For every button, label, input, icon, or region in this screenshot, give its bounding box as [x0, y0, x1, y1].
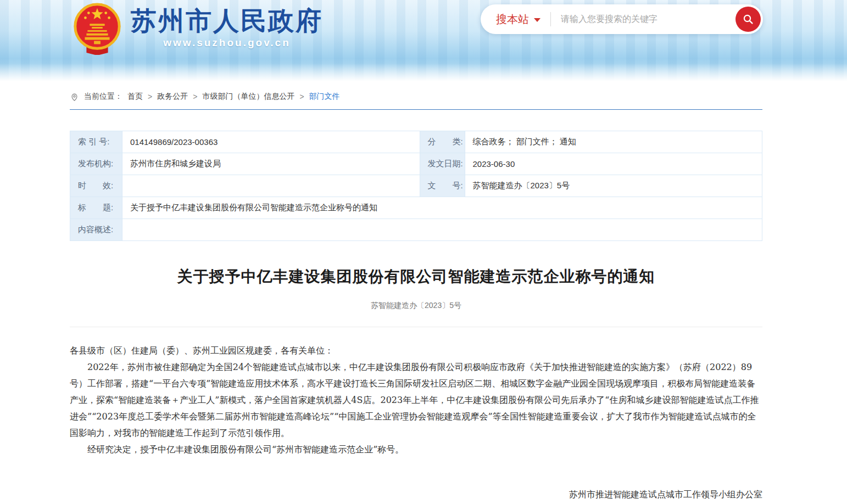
meta-value-agency: 苏州市住房和城乡建设局 — [122, 153, 420, 175]
meta-label-index: 索 引 号: — [70, 131, 122, 153]
breadcrumb: 当前位置： 首页 > 政务公开 > 市级部门（单位）信息公开 > 部门文件 — [70, 81, 762, 102]
search-bar: 搜本站 — [481, 4, 763, 34]
chevron-down-icon — [534, 18, 540, 22]
search-icon — [742, 13, 755, 26]
site-url: www.suzhou.gov.cn — [131, 37, 323, 49]
national-emblem-logo — [70, 1, 124, 55]
breadcrumb-home[interactable]: 首页 — [127, 92, 143, 102]
content-area: 当前位置： 首页 > 政务公开 > 市级部门（单位）信息公开 > 部门文件 索 … — [70, 81, 762, 504]
body-paragraph: 经研究决定，授予中亿丰建设集团股份有限公司“苏州市智能建造示范企业”称号。 — [70, 441, 762, 458]
site-brand[interactable]: 苏州市人民政府 www.suzhou.gov.cn — [70, 1, 323, 55]
breadcrumb-divider — [70, 109, 762, 110]
brand-text: 苏州市人民政府 www.suzhou.gov.cn — [131, 1, 323, 49]
meta-label-validity: 时 效: — [70, 175, 122, 197]
meta-row-index-category: 索 引 号: 014149869/2023-00363 分 类: 综合政务； 部… — [70, 131, 762, 153]
meta-value-issue-date: 2023-06-30 — [465, 153, 762, 175]
meta-row-agency-date: 发布机构: 苏州市住房和城乡建设局 发文日期: 2023-06-30 — [70, 153, 762, 175]
document-meta-table: 索 引 号: 014149869/2023-00363 分 类: 综合政务； 部… — [70, 131, 762, 241]
search-button[interactable] — [735, 7, 761, 32]
breadcrumb-separator: > — [299, 92, 304, 101]
title-divider — [70, 327, 762, 327]
meta-value-summary — [122, 219, 762, 241]
page: 苏州市人民政府 www.suzhou.gov.cn 搜本站 — [0, 0, 847, 504]
document-number: 苏智能建造办〔2023〕5号 — [70, 301, 762, 311]
meta-value-index: 014149869/2023-00363 — [122, 131, 420, 153]
search-scope-dropdown[interactable]: 搜本站 — [496, 12, 540, 27]
search-input[interactable] — [560, 14, 735, 25]
breadcrumb-separator: > — [148, 92, 152, 101]
body-paragraph: 2022年，苏州市被住建部确定为全国24个智能建造试点城市以来，中亿丰建设集团股… — [70, 359, 762, 441]
meta-value-category: 综合政务； 部门文件； 通知 — [465, 131, 762, 153]
breadcrumb-current[interactable]: 部门文件 — [309, 92, 340, 102]
salutation: 各县级市（区）住建局（委）、苏州工业园区规建委，各有关单位： — [70, 343, 762, 359]
meta-value-validity — [122, 175, 420, 197]
meta-label-title: 标 题: — [70, 197, 122, 219]
site-header: 苏州市人民政府 www.suzhou.gov.cn 搜本站 — [0, 0, 847, 81]
meta-label-doc-number: 文 号: — [420, 175, 465, 197]
breadcrumb-separator: > — [193, 92, 197, 101]
meta-label-category: 分 类: — [420, 131, 465, 153]
meta-value-doc-number: 苏智能建造办〔2023〕5号 — [465, 175, 762, 197]
meta-label-summary: 内容概述: — [70, 219, 122, 241]
meta-label-agency: 发布机构: — [70, 153, 122, 175]
meta-row-title: 标 题: 关于授予中亿丰建设集团股份有限公司智能建造示范企业称号的通知 — [70, 197, 762, 219]
document-title: 关于授予中亿丰建设集团股份有限公司智能建造示范企业称号的通知 — [70, 266, 762, 287]
signature-org: 苏州市推进智能建造试点城市工作领导小组办公室 — [569, 486, 762, 503]
meta-label-issue-date: 发文日期: — [420, 153, 465, 175]
document-article: 关于授予中亿丰建设集团股份有限公司智能建造示范企业称号的通知 苏智能建造办〔20… — [70, 266, 762, 504]
breadcrumb-gov-info[interactable]: 政务公开 — [157, 92, 188, 102]
breadcrumb-prefix: 当前位置： — [84, 92, 122, 102]
meta-row-validity-docnum: 时 效: 文 号: 苏智能建造办〔2023〕5号 — [70, 175, 762, 197]
location-pin-icon — [70, 92, 79, 102]
meta-row-summary: 内容概述: — [70, 219, 762, 241]
site-title: 苏州市人民政府 — [131, 7, 323, 35]
breadcrumb-dept-info[interactable]: 市级部门（单位）信息公开 — [202, 92, 294, 102]
signature-block: 苏州市推进智能建造试点城市工作领导小组办公室 2023年6月29日 — [70, 486, 762, 504]
search-divider — [550, 12, 551, 26]
search-scope-label: 搜本站 — [496, 12, 529, 27]
signature-inner: 苏州市推进智能建造试点城市工作领导小组办公室 2023年6月29日 — [569, 486, 762, 504]
meta-value-title: 关于授予中亿丰建设集团股份有限公司智能建造示范企业称号的通知 — [122, 197, 762, 219]
document-body: 各县级市（区）住建局（委）、苏州工业园区规建委，各有关单位： 2022年，苏州市… — [70, 343, 762, 504]
